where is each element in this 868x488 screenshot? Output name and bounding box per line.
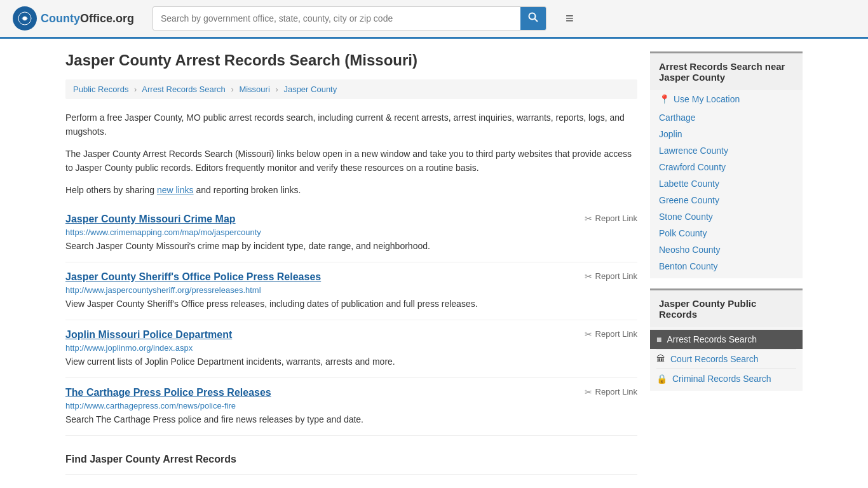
public-records-title: Jasper County Public Records xyxy=(650,290,803,327)
result-url-1[interactable]: https://www.crimemapping.com/map/mo/jasp… xyxy=(65,227,637,237)
result-url-3[interactable]: http://www.joplinmo.org/index.aspx xyxy=(65,343,637,353)
use-location-link[interactable]: Use My Location xyxy=(674,94,740,104)
result-desc-1: Search Jasper County Missouri's crime ma… xyxy=(65,240,637,253)
result-item: The Carthage Press Police Press Releases… xyxy=(65,378,637,436)
sidebar: Arrest Records Search near Jasper County… xyxy=(650,51,803,475)
description-2: The Jasper County Arrest Records Search … xyxy=(65,147,637,175)
breadcrumb-missouri[interactable]: Missouri xyxy=(239,85,269,94)
find-section: Find Jasper County Arrest Records xyxy=(65,436,637,475)
nearby-link-9[interactable]: Benton County xyxy=(659,261,718,271)
result-title-1[interactable]: Jasper County Missouri Crime Map xyxy=(65,214,236,225)
nearby-link-4[interactable]: Labette County xyxy=(659,179,719,189)
court-records-icon: 🏛 xyxy=(656,354,665,364)
result-item: Joplin Missouri Police Department ✂ Repo… xyxy=(65,320,637,378)
list-item: Crawford County xyxy=(650,159,803,175)
logo-icon xyxy=(13,6,37,30)
public-records-list: ■ Arrest Records Search 🏛 Court Records … xyxy=(650,327,803,391)
breadcrumb-public-records[interactable]: Public Records xyxy=(73,85,128,94)
location-icon: 📍 xyxy=(659,94,670,104)
result-desc-4: Search The Carthage Press police and fir… xyxy=(65,413,637,426)
use-location[interactable]: 📍 Use My Location xyxy=(650,90,803,105)
report-link-2[interactable]: ✂ Report Link xyxy=(585,271,637,281)
nearby-link-8[interactable]: Neosho County xyxy=(659,245,721,255)
search-input[interactable] xyxy=(153,8,520,29)
result-title-4[interactable]: The Carthage Press Police Press Releases xyxy=(65,387,271,398)
page-title: Jasper County Arrest Records Search (Mis… xyxy=(65,51,637,69)
new-links-link[interactable]: new links xyxy=(157,185,194,195)
list-item: Benton County xyxy=(650,258,803,274)
result-item: Jasper County Sheriff's Office Police Pr… xyxy=(65,262,637,320)
arrest-records-icon: ■ xyxy=(656,334,661,344)
result-desc-3: View current lists of Joplin Police Depa… xyxy=(65,355,637,369)
report-link-3[interactable]: ✂ Report Link xyxy=(585,329,637,339)
nearby-link-2[interactable]: Lawrence County xyxy=(659,146,728,156)
list-item: Neosho County xyxy=(650,241,803,258)
nearby-link-0[interactable]: Carthage xyxy=(659,112,696,123)
main-content: Jasper County Arrest Records Search (Mis… xyxy=(65,51,637,475)
result-title-2[interactable]: Jasper County Sheriff's Office Police Pr… xyxy=(65,271,321,283)
list-item: Stone County xyxy=(650,208,803,225)
report-link-4[interactable]: ✂ Report Link xyxy=(585,387,637,397)
nearby-link-1[interactable]: Joplin xyxy=(659,129,682,139)
search-bar[interactable] xyxy=(153,6,546,30)
result-desc-2: View Jasper County Sheriff's Office pres… xyxy=(65,297,637,311)
list-item: Lawrence County xyxy=(650,142,803,159)
list-item: Greene County xyxy=(650,192,803,208)
list-item: Labette County xyxy=(650,175,803,192)
list-item: Joplin xyxy=(650,126,803,142)
report-icon-1: ✂ xyxy=(585,214,592,224)
svg-point-1 xyxy=(23,17,27,20)
report-icon-2: ✂ xyxy=(585,271,592,281)
site-header: CountyOffice.org ≡ xyxy=(0,0,868,39)
search-button[interactable] xyxy=(520,7,546,30)
criminal-records-icon: 🔒 xyxy=(656,374,667,384)
svg-line-3 xyxy=(535,19,538,22)
pub-rec-item-arrest[interactable]: ■ Arrest Records Search xyxy=(650,330,803,349)
logo[interactable]: CountyOffice.org xyxy=(13,6,140,30)
main-container: Jasper County Arrest Records Search (Mis… xyxy=(53,39,815,487)
report-link-1[interactable]: ✂ Report Link xyxy=(585,214,637,224)
court-records-link[interactable]: Court Records Search xyxy=(670,354,759,364)
breadcrumb-jasper-county[interactable]: Jasper County xyxy=(283,85,337,94)
pub-rec-item-court[interactable]: 🏛 Court Records Search xyxy=(650,349,803,369)
public-records-section: Jasper County Public Records ■ Arrest Re… xyxy=(650,288,803,391)
logo-text: CountyOffice.org xyxy=(41,12,134,25)
nearby-link-3[interactable]: Crawford County xyxy=(659,162,726,172)
svg-point-2 xyxy=(529,13,536,20)
breadcrumb: Public Records › Arrest Records Search ›… xyxy=(65,79,637,99)
find-section-title: Find Jasper County Arrest Records xyxy=(65,445,637,465)
list-item: Polk County xyxy=(650,225,803,241)
criminal-records-link[interactable]: Criminal Records Search xyxy=(672,374,771,384)
description-1: Perform a free Jasper County, MO public … xyxy=(65,111,637,139)
report-icon-4: ✂ xyxy=(585,387,592,397)
nearby-list: Carthage Joplin Lawrence County Crawford… xyxy=(650,105,803,278)
nearby-link-5[interactable]: Greene County xyxy=(659,195,719,205)
pub-rec-item-criminal[interactable]: 🔒 Criminal Records Search xyxy=(650,369,803,388)
arrest-records-link[interactable]: Arrest Records Search xyxy=(667,334,757,344)
description-3: Help others by sharing new links and rep… xyxy=(65,183,637,197)
nearby-section-title: Arrest Records Search near Jasper County xyxy=(650,53,803,90)
result-item: Jasper County Missouri Crime Map ✂ Repor… xyxy=(65,205,637,262)
result-url-2[interactable]: http://www.jaspercountysheriff.org/press… xyxy=(65,285,637,295)
nearby-link-6[interactable]: Stone County xyxy=(659,212,713,222)
hamburger-menu[interactable]: ≡ xyxy=(566,10,574,27)
nearby-link-7[interactable]: Polk County xyxy=(659,228,707,238)
report-icon-3: ✂ xyxy=(585,329,592,339)
result-title-3[interactable]: Joplin Missouri Police Department xyxy=(65,329,232,341)
result-url-4[interactable]: http://www.carthagepress.com/news/police… xyxy=(65,401,637,410)
list-item: Carthage xyxy=(650,109,803,126)
breadcrumb-arrest-records[interactable]: Arrest Records Search xyxy=(142,85,226,94)
nearby-section: Arrest Records Search near Jasper County… xyxy=(650,51,803,278)
